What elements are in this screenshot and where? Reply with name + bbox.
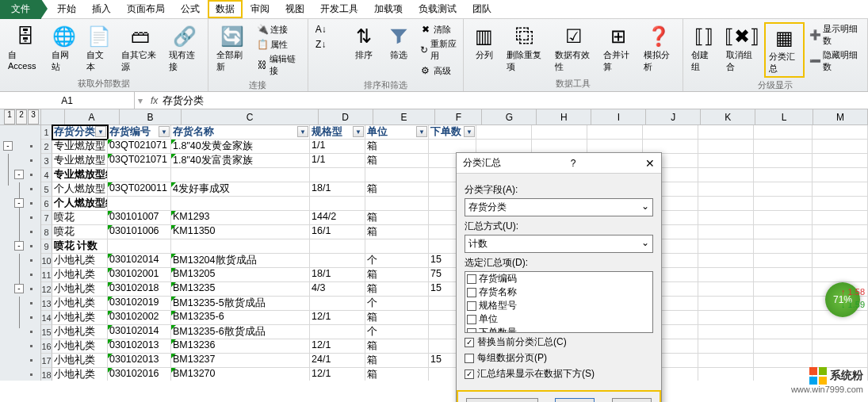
cell[interactable]: KM11350 — [171, 225, 310, 239]
func-dropdown[interactable]: 计数 — [465, 235, 653, 253]
cell[interactable]: 箱 — [365, 339, 429, 354]
cell[interactable]: 12/1 — [310, 368, 365, 381]
row-header[interactable]: 2 — [41, 140, 52, 154]
cell[interactable] — [698, 168, 754, 182]
cell[interactable]: 小地礼类 — [52, 268, 108, 282]
cell[interactable] — [698, 368, 754, 381]
grid[interactable]: ABCDEFGHIJKLM 12345678910111213141516171… — [41, 109, 868, 381]
cell[interactable] — [754, 297, 813, 311]
cell[interactable] — [587, 125, 643, 140]
dialog-help-button[interactable]: ? — [571, 158, 576, 169]
outline-level-2[interactable]: 2 — [16, 109, 27, 124]
cell[interactable]: 1.8"40发富贵家族 — [171, 154, 310, 168]
col-header-G[interactable]: G — [482, 109, 537, 125]
outline-toggle-button[interactable]: - — [14, 241, 24, 251]
cell[interactable] — [365, 168, 429, 182]
cell[interactable]: 24/1 — [310, 354, 365, 368]
field-dropdown[interactable]: 存货分类 — [465, 198, 653, 216]
listbox-item[interactable]: 存货名称 — [465, 285, 652, 299]
cell[interactable]: 16/1 — [310, 225, 365, 239]
col-header-I[interactable]: I — [591, 109, 646, 125]
whatif-button[interactable]: ❓模拟分析 — [640, 22, 678, 75]
data-validation-button[interactable]: ☑数据有效性 — [552, 22, 597, 75]
cell[interactable]: 箱 — [365, 282, 429, 297]
cell[interactable]: 个 — [365, 297, 429, 311]
cell[interactable] — [813, 354, 868, 368]
tab-formula[interactable]: 公式 — [173, 0, 208, 18]
col-header-J[interactable]: J — [646, 109, 701, 125]
tab-insert[interactable]: 插入 — [84, 0, 119, 18]
cell[interactable]: 存货名称▼ — [171, 125, 310, 140]
cell[interactable] — [754, 197, 813, 211]
col-header-C[interactable]: C — [182, 109, 318, 125]
sort-asc-button[interactable]: A↓ — [313, 22, 345, 36]
cell[interactable]: 专业燃放型组合烟花 计数 — [52, 168, 108, 182]
cell[interactable]: 喷花 计数 — [52, 239, 108, 254]
cell[interactable]: 小地礼类 — [52, 354, 108, 368]
cell[interactable] — [108, 239, 171, 254]
reapply-button[interactable]: ↻重新应用 — [418, 37, 458, 63]
cell[interactable]: 喷花 — [52, 225, 108, 239]
cell[interactable]: 030102013 — [108, 339, 171, 354]
cell[interactable]: 箱 — [365, 354, 429, 368]
pagebreak-checkbox[interactable]: 每组数据分页(P) — [465, 351, 653, 365]
text-to-columns-button[interactable]: ▥分列 — [468, 22, 500, 75]
cell[interactable] — [171, 197, 310, 211]
cell[interactable]: 专业燃放型 — [52, 140, 108, 154]
row-header[interactable]: 1 — [41, 125, 52, 140]
outline-panel[interactable]: 1 2 3 ----- — [0, 109, 41, 381]
clear-filter-button[interactable]: ✖清除 — [418, 22, 458, 36]
cell[interactable] — [754, 182, 813, 197]
cell[interactable]: 030102014 — [108, 254, 171, 268]
cell[interactable] — [108, 197, 171, 211]
row-header[interactable]: 7 — [41, 211, 52, 225]
row-header[interactable]: 4 — [41, 168, 52, 182]
cell[interactable]: 箱 — [365, 368, 429, 381]
cell[interactable] — [813, 254, 868, 268]
cell[interactable]: 箱 — [365, 225, 429, 239]
cell[interactable]: 个人燃放型组合烟花 计数 — [52, 197, 108, 211]
row-header[interactable]: 16 — [41, 339, 52, 354]
sort-button[interactable]: ⇅排序 — [348, 22, 380, 78]
cell[interactable]: 小地礼类 — [52, 339, 108, 354]
filter-button[interactable]: 筛选 — [383, 22, 415, 78]
cell[interactable] — [754, 225, 813, 239]
cell[interactable]: BM13235 — [171, 282, 310, 297]
cell[interactable] — [698, 225, 754, 239]
cell[interactable] — [532, 125, 587, 140]
tab-home[interactable]: 开始 — [49, 0, 84, 18]
col-header-B[interactable]: B — [120, 109, 182, 125]
cell[interactable]: BM13204散货成品 — [171, 254, 310, 268]
refresh-all-button[interactable]: 🔄全部刷新 — [213, 22, 251, 78]
cell[interactable] — [754, 339, 813, 354]
cell[interactable]: 单位▼ — [365, 125, 429, 140]
cell[interactable] — [754, 268, 813, 282]
outline-toggle-button[interactable]: - — [14, 284, 24, 293]
cell[interactable]: 4/3 — [310, 282, 365, 297]
cell[interactable] — [813, 211, 868, 225]
cell[interactable]: 小地礼类 — [52, 297, 108, 311]
cell[interactable] — [310, 325, 365, 339]
cell[interactable]: 箱 — [365, 154, 429, 168]
cell[interactable] — [171, 168, 310, 182]
cell[interactable] — [754, 311, 813, 325]
cell[interactable] — [754, 140, 813, 154]
cell[interactable]: 箱 — [365, 268, 429, 282]
tab-layout[interactable]: 页面布局 — [119, 0, 173, 18]
cell[interactable] — [365, 197, 429, 211]
cell[interactable] — [754, 125, 813, 140]
cell[interactable]: 个 — [365, 254, 429, 268]
cell[interactable]: 030101006 — [108, 225, 171, 239]
cell[interactable] — [698, 239, 754, 254]
filter-arrow-icon[interactable]: ▼ — [464, 126, 475, 137]
cell[interactable]: 030102002 — [108, 311, 171, 325]
cell[interactable] — [813, 182, 868, 197]
row-header[interactable]: 5 — [41, 182, 52, 197]
row-header[interactable]: 3 — [41, 154, 52, 168]
tab-view[interactable]: 视图 — [277, 0, 312, 18]
cell[interactable] — [754, 168, 813, 182]
group-button[interactable]: ⟦⟧创建组 — [688, 22, 720, 78]
cell[interactable]: 030101007 — [108, 211, 171, 225]
tab-addins[interactable]: 加载项 — [366, 0, 411, 18]
from-web-button[interactable]: 🌐自网站 — [48, 22, 80, 75]
